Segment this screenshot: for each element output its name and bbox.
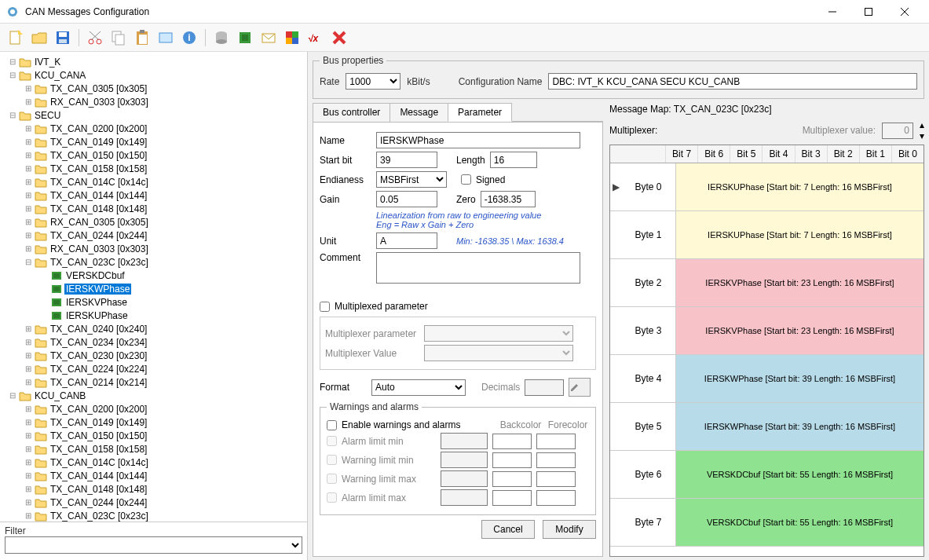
settings-button[interactable]: [155, 27, 177, 49]
cancel-button[interactable]: Cancel: [481, 520, 535, 539]
byte-data[interactable]: IERSKVPhase [Start bit: 23 Length: 16 MS…: [676, 259, 924, 306]
tree-item[interactable]: ⊞TX_CAN_0149 [0x149]: [2, 415, 305, 429]
tree-item[interactable]: VERSKDCbuf: [2, 269, 305, 282]
tree-item[interactable]: ⊞TX_CAN_0234 [0x234]: [2, 335, 305, 349]
message-tree[interactable]: ⊟IVT_K⊟KCU_CANA⊞TX_CAN_0305 [0x305]⊞RX_C…: [0, 52, 307, 522]
format-select[interactable]: Auto: [371, 379, 466, 396]
byte-data[interactable]: IERSKWPhase [Start bit: 39 Length: 16 MS…: [676, 403, 924, 450]
expand-icon[interactable]: ⊞: [22, 244, 35, 253]
tab-bus-controller[interactable]: Bus controller: [313, 103, 390, 122]
tree-item[interactable]: ⊞TX_CAN_0244 [0x244]: [2, 229, 305, 242]
expand-icon[interactable]: ⊞: [22, 124, 35, 133]
byte-data[interactable]: IERSKVPhase [Start bit: 23 Length: 16 MS…: [676, 307, 924, 354]
expand-icon[interactable]: ⊞: [22, 511, 35, 520]
cut-button[interactable]: [84, 27, 106, 49]
tree-item[interactable]: ⊞RX_CAN_0303 [0x303]: [2, 242, 305, 255]
length-input[interactable]: [490, 152, 537, 168]
tree-item[interactable]: ⊞TX_CAN_0158 [0x158]: [2, 442, 305, 456]
expand-icon[interactable]: ⊞: [22, 471, 35, 480]
formula-button[interactable]: √x: [305, 27, 327, 49]
tree-item[interactable]: IERSKWPhase: [2, 282, 305, 295]
expand-icon[interactable]: ⊞: [22, 485, 35, 493]
tree-item[interactable]: ⊞TX_CAN_0214 [0x214]: [2, 375, 305, 389]
paste-button[interactable]: [131, 27, 153, 49]
tree-item[interactable]: ⊞TX_CAN_0144 [0x144]: [2, 469, 305, 482]
byte-data[interactable]: IERSKWPhase [Start bit: 39 Length: 16 MS…: [676, 355, 924, 402]
tree-item[interactable]: ⊟TX_CAN_023C [0x23c]: [2, 255, 305, 269]
expand-icon[interactable]: ⊞: [22, 378, 35, 386]
expand-icon[interactable]: ⊞: [22, 151, 35, 159]
chip-button[interactable]: [234, 27, 256, 49]
rate-select[interactable]: 1000: [346, 73, 400, 90]
tree-item[interactable]: ⊞TX_CAN_0148 [0x148]: [2, 202, 305, 215]
expand-icon[interactable]: ⊞: [22, 191, 35, 199]
unit-input[interactable]: [376, 232, 437, 249]
mail-button[interactable]: [258, 27, 280, 49]
enable-warnings-checkbox[interactable]: [327, 420, 337, 430]
tree-item[interactable]: ⊟KCU_CANA: [2, 68, 305, 82]
byte-data[interactable]: IERSKUPhase [Start bit: 7 Length: 16 MSB…: [676, 163, 924, 210]
close-button[interactable]: [887, 0, 923, 24]
tree-item[interactable]: ⊟IVT_K: [2, 55, 305, 68]
expand-icon[interactable]: ⊞: [22, 364, 35, 373]
tree-item[interactable]: ⊞TX_CAN_0158 [0x158]: [2, 162, 305, 175]
expand-icon[interactable]: ⊟: [6, 57, 19, 66]
tree-item[interactable]: IERSKVPhase: [2, 295, 305, 309]
tree-item[interactable]: ⊞TX_CAN_014C [0x14c]: [2, 456, 305, 469]
expand-icon[interactable]: ⊞: [22, 351, 35, 360]
expand-icon[interactable]: ⊟: [22, 258, 35, 266]
tree-item[interactable]: ⊞TX_CAN_0240 [0x240]: [2, 322, 305, 335]
tree-item[interactable]: ⊞TX_CAN_0150 [0x150]: [2, 429, 305, 442]
minimize-button[interactable]: [814, 0, 850, 24]
byte-data[interactable]: VERSKDCbuf [Start bit: 55 Length: 16 MSB…: [676, 451, 924, 498]
tree-item[interactable]: ⊞TX_CAN_0150 [0x150]: [2, 148, 305, 162]
name-input[interactable]: [376, 132, 580, 148]
tab-message[interactable]: Message: [390, 103, 448, 122]
expand-icon[interactable]: ⊞: [22, 218, 35, 226]
expand-icon[interactable]: ⊟: [6, 391, 19, 400]
expand-icon[interactable]: ⊞: [22, 204, 35, 213]
tree-item[interactable]: ⊞TX_CAN_0149 [0x149]: [2, 135, 305, 148]
tab-parameter[interactable]: Parameter: [448, 103, 512, 122]
copy-button[interactable]: [108, 27, 130, 49]
startbit-input[interactable]: [376, 152, 437, 168]
expand-icon[interactable]: ⊞: [22, 97, 35, 106]
expand-icon[interactable]: ⊞: [22, 324, 35, 333]
tree-item[interactable]: ⊞TX_CAN_0244 [0x244]: [2, 496, 305, 509]
byte-data[interactable]: VERSKDCbuf [Start bit: 55 Length: 16 MSB…: [676, 499, 924, 546]
new-button[interactable]: [5, 27, 27, 49]
byte-data[interactable]: IERSKUPhase [Start bit: 7 Length: 16 MSB…: [676, 211, 924, 258]
expand-icon[interactable]: ⊞: [22, 498, 35, 507]
expand-icon[interactable]: ⊟: [6, 111, 19, 119]
config-name-input[interactable]: [548, 73, 917, 90]
tree-item[interactable]: ⊞TX_CAN_0200 [0x200]: [2, 122, 305, 135]
database-button[interactable]: [210, 27, 232, 49]
tree-item[interactable]: ⊞TX_CAN_023C [0x23c]: [2, 509, 305, 522]
delete-button[interactable]: [328, 27, 350, 49]
expand-icon[interactable]: ⊞: [22, 418, 35, 426]
expand-icon[interactable]: ⊞: [22, 231, 35, 240]
expand-icon[interactable]: ⊞: [22, 458, 35, 467]
gain-input[interactable]: [376, 191, 437, 207]
tree-item[interactable]: ⊞RX_CAN_0305 [0x305]: [2, 215, 305, 229]
expand-icon[interactable]: ⊞: [22, 404, 35, 413]
endianess-select[interactable]: MSBFirst: [376, 171, 447, 188]
expand-icon[interactable]: ⊞: [22, 178, 35, 186]
signed-checkbox[interactable]: [461, 174, 471, 185]
comment-textarea[interactable]: [376, 252, 580, 284]
modify-button[interactable]: Modify: [543, 520, 596, 539]
expand-icon[interactable]: ⊞: [22, 431, 35, 440]
expand-icon[interactable]: ⊞: [22, 84, 35, 93]
tree-item[interactable]: ⊞TX_CAN_0305 [0x305]: [2, 82, 305, 95]
tree-item[interactable]: ⊟SECU: [2, 108, 305, 122]
info-button[interactable]: i: [178, 27, 200, 49]
tree-item[interactable]: ⊞TX_CAN_0148 [0x148]: [2, 482, 305, 496]
tree-item[interactable]: ⊞TX_CAN_0224 [0x224]: [2, 362, 305, 375]
tree-item[interactable]: ⊟KCU_CANB: [2, 389, 305, 402]
expand-icon[interactable]: ⊞: [22, 445, 35, 453]
expand-icon[interactable]: ⊞: [22, 338, 35, 346]
expand-icon[interactable]: ⊞: [22, 137, 35, 146]
filter-select[interactable]: [5, 536, 302, 554]
maximize-button[interactable]: [850, 0, 887, 24]
mux-checkbox[interactable]: [320, 302, 330, 312]
